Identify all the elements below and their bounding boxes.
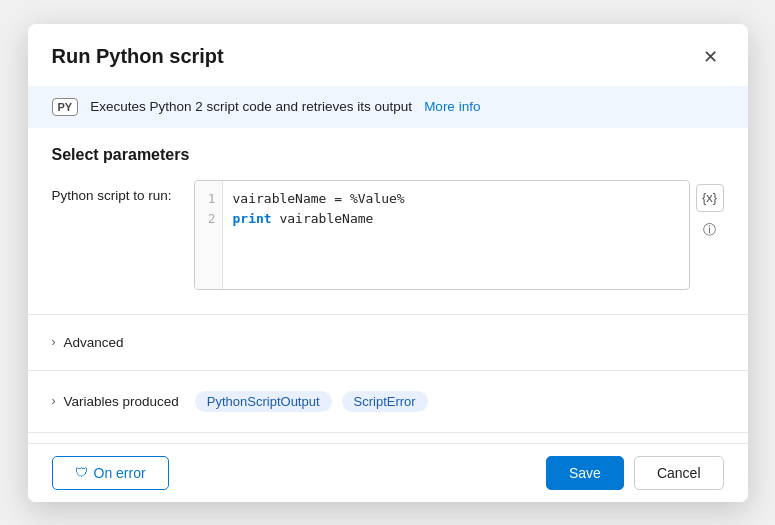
info-icon-button[interactable]: ⓘ [696, 216, 724, 244]
variables-produced-row[interactable]: › Variables produced PythonScriptOutput … [28, 381, 748, 422]
code-content[interactable]: vairableName = %Value% print vairableNam… [223, 181, 689, 289]
advanced-label: Advanced [64, 335, 124, 350]
section-title: Select parameters [52, 146, 724, 164]
variables-produced-label: Variables produced [64, 394, 179, 409]
advanced-chevron: › [52, 335, 56, 349]
code-editor[interactable]: 1 2 vairableName = %Value% print vairabl… [194, 180, 690, 290]
code-lines: 1 2 vairableName = %Value% print vairabl… [195, 181, 689, 289]
var-badge-output[interactable]: PythonScriptOutput [195, 391, 332, 412]
dialog-header: Run Python script ✕ [28, 24, 748, 86]
code-line-2: print vairableName [233, 209, 679, 230]
advanced-row[interactable]: › Advanced [28, 325, 748, 360]
editor-wrapper: 1 2 vairableName = %Value% print vairabl… [194, 180, 724, 290]
variable-icon-button[interactable]: {x} [696, 184, 724, 212]
dialog-body: Select parameters Python script to run: … [28, 128, 748, 304]
param-row: Python script to run: 1 2 vairableName =… [52, 180, 724, 290]
dialog: Run Python script ✕ PY Executes Python 2… [28, 24, 748, 502]
code-line-1: vairableName = %Value% [233, 189, 679, 210]
info-banner: PY Executes Python 2 script code and ret… [28, 86, 748, 128]
more-info-link[interactable]: More info [424, 99, 480, 114]
divider-3 [28, 432, 748, 433]
var-badge-error[interactable]: ScriptError [342, 391, 428, 412]
vars-list: PythonScriptOutput ScriptError [195, 391, 428, 412]
variables-chevron: › [52, 394, 56, 408]
close-button[interactable]: ✕ [697, 42, 724, 72]
on-error-button[interactable]: 🛡 On error [52, 456, 169, 490]
banner-description: Executes Python 2 script code and retrie… [90, 99, 412, 114]
footer-right: Save Cancel [546, 456, 724, 490]
line-numbers: 1 2 [195, 181, 223, 289]
footer-left: 🛡 On error [52, 456, 169, 490]
divider-1 [28, 314, 748, 315]
dialog-title: Run Python script [52, 45, 224, 68]
on-error-label: On error [94, 465, 146, 481]
dialog-footer: 🛡 On error Save Cancel [28, 443, 748, 502]
cancel-button[interactable]: Cancel [634, 456, 724, 490]
line-num-1: 1 [208, 191, 216, 206]
param-label: Python script to run: [52, 180, 182, 203]
shield-icon: 🛡 [75, 465, 88, 480]
editor-icons: {x} ⓘ [696, 180, 724, 244]
line-num-2: 2 [208, 211, 216, 226]
divider-2 [28, 370, 748, 371]
py-badge: PY [52, 98, 79, 116]
save-button[interactable]: Save [546, 456, 624, 490]
keyword-print: print [233, 211, 272, 226]
